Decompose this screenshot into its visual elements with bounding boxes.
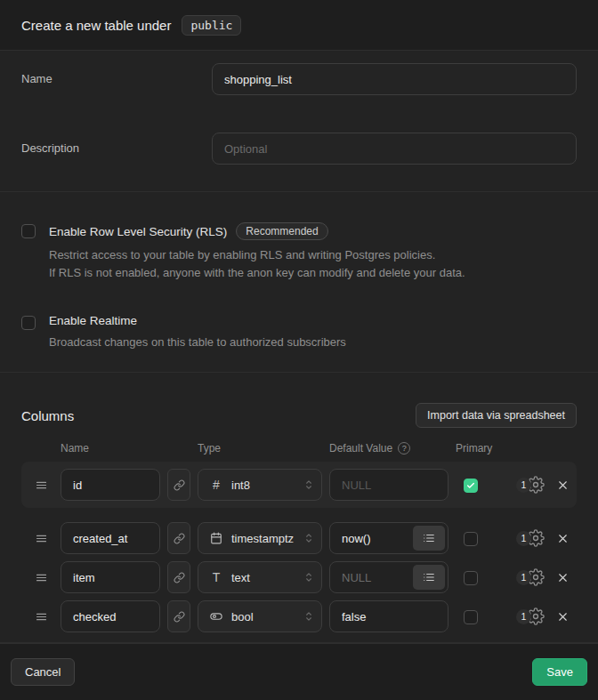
foreign-key-link-button[interactable] — [167, 469, 190, 501]
column-name-input[interactable] — [61, 522, 160, 554]
default-value-cell — [329, 600, 448, 632]
rls-option-content: Enable Row Level Security (RLS) Recommen… — [49, 222, 465, 282]
primary-checkbox[interactable] — [464, 532, 478, 546]
column-name-input[interactable] — [61, 469, 160, 501]
remove-column-button[interactable] — [555, 478, 570, 492]
column-name-input[interactable] — [61, 561, 160, 593]
realtime-description: Broadcast changes on this table to autho… — [49, 334, 346, 351]
primary-checkbox[interactable] — [464, 571, 478, 585]
primary-key-row-group: # int8 1 — [21, 462, 577, 508]
remove-column-button[interactable] — [555, 570, 570, 584]
rls-description: Restrict access to your table by enablin… — [49, 246, 465, 282]
column-type-select[interactable]: T text — [198, 561, 322, 593]
column-row: timestamptz 1 — [21, 522, 577, 554]
table-details-section: Name Description — [0, 51, 598, 192]
primary-checkbox[interactable] — [464, 479, 478, 493]
description-label: Description — [21, 133, 212, 165]
remove-column-button[interactable] — [555, 609, 570, 624]
rls-checkbox[interactable] — [21, 224, 36, 238]
toggle-icon — [209, 610, 223, 623]
import-spreadsheet-button[interactable]: Import data via spreadsheet — [416, 403, 577, 428]
column-row: bool 1 — [21, 600, 577, 632]
save-button[interactable]: Save — [532, 658, 587, 686]
rls-option: Enable Row Level Security (RLS) Recommen… — [21, 222, 577, 282]
column-row: # int8 1 — [21, 469, 577, 501]
columns-section: Columns Import data via spreadsheet Name… — [0, 373, 598, 643]
columns-title: Columns — [21, 408, 74, 423]
default-value-cell — [329, 522, 448, 554]
list-icon — [423, 571, 435, 583]
column-type-label: timestamptz — [231, 532, 295, 545]
drag-handle-icon[interactable] — [21, 532, 61, 545]
primary-cell — [464, 530, 478, 546]
settings-count-badge: 1 — [516, 570, 531, 585]
table-name-input[interactable] — [212, 63, 577, 95]
realtime-option-content: Enable Realtime Broadcast changes on thi… — [49, 314, 346, 351]
help-icon[interactable]: ? — [398, 442, 410, 455]
column-settings-button[interactable]: 1 — [516, 476, 545, 494]
column-type-label: bool — [231, 610, 295, 624]
column-settings-button[interactable]: 1 — [516, 607, 545, 625]
create-table-dialog: Create a new table under public Name Des… — [0, 0, 598, 700]
hash-icon: # — [209, 478, 223, 492]
drag-handle-icon[interactable] — [21, 610, 61, 624]
column-rows-group: timestamptz 1 — [21, 522, 577, 632]
cancel-button[interactable]: Cancel — [11, 658, 75, 686]
name-field-row: Name — [21, 63, 577, 95]
default-value-menu-button[interactable] — [413, 565, 445, 590]
text-icon: T — [209, 570, 223, 584]
remove-column-button[interactable] — [555, 531, 570, 545]
rls-label: Enable Row Level Security (RLS) — [49, 225, 227, 238]
settings-count-badge: 1 — [516, 609, 531, 624]
column-settings-button[interactable]: 1 — [516, 568, 545, 586]
calendar-icon — [209, 532, 223, 544]
realtime-checkbox[interactable] — [21, 316, 36, 330]
column-type-label: text — [231, 571, 295, 584]
column-type-select[interactable]: # int8 — [198, 469, 322, 501]
default-value-cell — [329, 561, 448, 593]
column-type-select[interactable]: timestamptz — [198, 522, 322, 554]
foreign-key-link-button[interactable] — [167, 600, 190, 632]
header-name: Name — [61, 442, 198, 455]
drag-handle-icon[interactable] — [21, 571, 61, 584]
realtime-label: Enable Realtime — [49, 314, 137, 327]
default-value-input[interactable] — [329, 469, 448, 501]
header-type: Type — [198, 442, 329, 455]
default-value-menu-button[interactable] — [413, 526, 445, 551]
close-icon — [556, 479, 570, 492]
table-description-input[interactable] — [212, 133, 577, 165]
dialog-title: Create a new table under — [21, 18, 171, 33]
column-type-select[interactable]: bool — [198, 600, 322, 632]
name-label: Name — [21, 63, 212, 95]
foreign-key-link-button[interactable] — [167, 522, 190, 554]
chevron-up-down-icon — [303, 571, 315, 583]
default-value-cell — [329, 469, 448, 501]
description-field-row: Description — [21, 133, 577, 165]
column-row: T text 1 — [21, 561, 577, 593]
dialog-header: Create a new table under public — [0, 0, 598, 51]
schema-badge: public — [182, 15, 241, 36]
chevron-up-down-icon — [303, 532, 315, 544]
primary-cell — [464, 608, 478, 624]
settings-count-badge: 1 — [516, 531, 531, 546]
default-value-input[interactable] — [329, 600, 448, 632]
column-type-label: int8 — [231, 479, 295, 492]
primary-cell — [464, 569, 478, 585]
drag-handle-icon[interactable] — [21, 479, 61, 492]
recommended-badge: Recommended — [236, 222, 327, 240]
foreign-key-link-button[interactable] — [167, 561, 190, 593]
close-icon — [556, 610, 570, 624]
column-settings-button[interactable]: 1 — [516, 529, 545, 547]
realtime-option: Enable Realtime Broadcast changes on thi… — [21, 314, 577, 351]
close-icon — [556, 571, 570, 584]
chevron-up-down-icon — [303, 479, 315, 491]
list-icon — [423, 532, 435, 544]
settings-count-badge: 1 — [516, 478, 531, 493]
column-name-input[interactable] — [61, 600, 160, 632]
dialog-footer: Cancel Save — [0, 643, 598, 700]
close-icon — [556, 532, 570, 545]
chevron-up-down-icon — [303, 610, 315, 623]
primary-cell — [464, 477, 478, 493]
primary-checkbox[interactable] — [464, 610, 478, 624]
table-options-section: Enable Row Level Security (RLS) Recommen… — [0, 192, 598, 373]
